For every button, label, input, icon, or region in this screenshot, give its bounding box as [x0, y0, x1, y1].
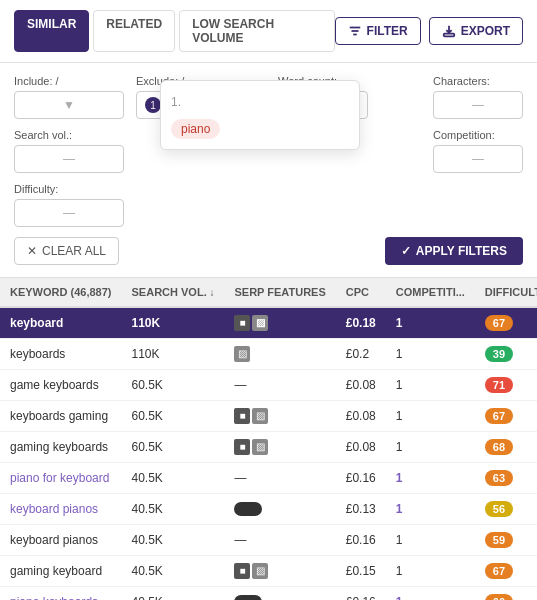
search-vol-col-header[interactable]: SEARCH VOL. [122, 278, 225, 307]
cpc-cell: £0.16 [336, 463, 386, 494]
search-vol-cell: 40.5K [122, 525, 225, 556]
table-row: piano keyboards40.5K£0.16160 [0, 587, 537, 601]
cpc-col-header[interactable]: CPC [336, 278, 386, 307]
keyword-col-header[interactable]: KEYWORD (46,887) [0, 278, 122, 307]
filter-button[interactable]: FILTER [335, 17, 421, 45]
filter-actions-row: ✕ CLEAR ALL ✓ APPLY FILTERS [14, 237, 523, 265]
difficulty-cell: 63 [475, 463, 537, 494]
tabs: SIMILAR RELATED LOW SEARCH VOLUME [14, 10, 335, 52]
serp-pill-icon [234, 502, 262, 516]
difficulty-badge: 68 [485, 439, 513, 455]
characters-label: Characters: [433, 75, 523, 87]
difficulty-group: Difficulty: — [14, 183, 124, 227]
serp-cell [224, 587, 335, 601]
difficulty-badge: 39 [485, 346, 513, 362]
include-dash: ▼ [23, 98, 115, 112]
search-vol-cell: 40.5K [122, 556, 225, 587]
table-row: keyboard110K■▨£0.18167 [0, 307, 537, 339]
table-container: KEYWORD (46,887) SEARCH VOL. SERP FEATUR… [0, 278, 537, 600]
serp-cell: — [224, 525, 335, 556]
search-vol-label: Search vol.: [14, 129, 124, 141]
difficulty-cell: 59 [475, 525, 537, 556]
clear-all-button[interactable]: ✕ CLEAR ALL [14, 237, 119, 265]
competition-filter-label: Competition: [433, 129, 523, 141]
serp-col-header[interactable]: SERP FEATURES [224, 278, 335, 307]
keyword-link[interactable]: keyboard pianos [10, 502, 98, 516]
difficulty-cell: 60 [475, 587, 537, 601]
cpc-cell: £0.13 [336, 494, 386, 525]
difficulty-col-header[interactable]: DIFFICULTY [475, 278, 537, 307]
keyword-cell[interactable]: keyboard pianos [0, 494, 122, 525]
tab-related[interactable]: RELATED [93, 10, 175, 52]
keyword-cell[interactable]: keyboards [0, 339, 122, 370]
serp-page-icon: ■ [234, 408, 250, 424]
competition-col-header[interactable]: COMPETITI... [386, 278, 475, 307]
cpc-cell: £0.15 [336, 556, 386, 587]
keyword-cell[interactable]: gaming keyboards [0, 432, 122, 463]
tab-low-search-volume[interactable]: LOW SEARCH VOLUME [179, 10, 334, 52]
exclude-badge: 1 [145, 97, 161, 113]
search-vol-group: Search vol.: — [14, 129, 124, 173]
piano-tag: piano [171, 119, 220, 139]
serp-img-icon: ▨ [234, 346, 250, 362]
export-button[interactable]: EXPORT [429, 17, 523, 45]
difficulty-badge: 59 [485, 532, 513, 548]
difficulty-badge: 67 [485, 563, 513, 579]
keyword-cell[interactable]: keyboards gaming [0, 401, 122, 432]
top-bar: SIMILAR RELATED LOW SEARCH VOLUME FILTER… [0, 0, 537, 63]
serp-img-icon: ▨ [252, 563, 268, 579]
competition-cell: 1 [386, 370, 475, 401]
competition-cell: 1 [386, 587, 475, 601]
search-vol-cell: 60.5K [122, 401, 225, 432]
difficulty-cell: 71 [475, 370, 537, 401]
keyword-cell[interactable]: gaming keyboard [0, 556, 122, 587]
difficulty-cell: 68 [475, 432, 537, 463]
keyword-link[interactable]: piano keyboards [10, 595, 98, 600]
cpc-cell: £0.08 [336, 370, 386, 401]
competition-cell: 1 [386, 339, 475, 370]
characters-dash: — [472, 98, 484, 112]
difficulty-cell: 67 [475, 556, 537, 587]
keyword-link[interactable]: piano for keyboard [10, 471, 109, 485]
competition-filter-input[interactable]: — [433, 145, 523, 173]
svg-rect-3 [443, 34, 454, 37]
serp-page-icon: ■ [234, 315, 250, 331]
difficulty-cell: 39 [475, 339, 537, 370]
keyword-cell[interactable]: keyboard [0, 307, 122, 339]
filters-panel: Include: / ▼ Exclude: / 1 ✕ Selected ▲ W… [0, 63, 537, 278]
table-row: game keyboards60.5K—£0.08171 [0, 370, 537, 401]
competition-cell: 1 [386, 307, 475, 339]
serp-pill-icon [234, 595, 262, 600]
exclude-dropdown-open: 1. piano [160, 80, 360, 150]
difficulty-badge: 63 [485, 470, 513, 486]
tab-similar[interactable]: SIMILAR [14, 10, 89, 52]
search-vol-cell: 60.5K [122, 432, 225, 463]
keywords-table: KEYWORD (46,887) SEARCH VOL. SERP FEATUR… [0, 278, 537, 600]
characters-group: Characters: — [433, 75, 523, 119]
competition-cell: 1 [386, 556, 475, 587]
search-vol-dash: — [63, 152, 75, 166]
characters-input[interactable]: — [433, 91, 523, 119]
search-vol-input[interactable]: — [14, 145, 124, 173]
search-vol-cell: 40.5K [122, 463, 225, 494]
table-row: piano for keyboard40.5K—£0.16163 [0, 463, 537, 494]
include-input[interactable]: ▼ [14, 91, 124, 119]
competition-filter-group: Competition: — [433, 129, 523, 173]
table-row: keyboards gaming60.5K■▨£0.08167 [0, 401, 537, 432]
table-row: keyboard pianos40.5K£0.13156 [0, 494, 537, 525]
difficulty-input[interactable]: — [14, 199, 124, 227]
difficulty-cell: 67 [475, 401, 537, 432]
cpc-cell: £0.18 [336, 307, 386, 339]
keyword-cell[interactable]: game keyboards [0, 370, 122, 401]
difficulty-badge: 67 [485, 315, 513, 331]
difficulty-badge: 67 [485, 408, 513, 424]
cpc-cell: £0.08 [336, 432, 386, 463]
serp-cell: — [224, 463, 335, 494]
search-vol-cell: 110K [122, 307, 225, 339]
keyword-cell[interactable]: piano keyboards [0, 587, 122, 601]
keyword-cell[interactable]: keyboard pianos [0, 525, 122, 556]
apply-filters-button[interactable]: ✓ APPLY FILTERS [385, 237, 523, 265]
keyword-cell[interactable]: piano for keyboard [0, 463, 122, 494]
clear-x-icon: ✕ [27, 244, 37, 258]
cpc-cell: £0.08 [336, 401, 386, 432]
